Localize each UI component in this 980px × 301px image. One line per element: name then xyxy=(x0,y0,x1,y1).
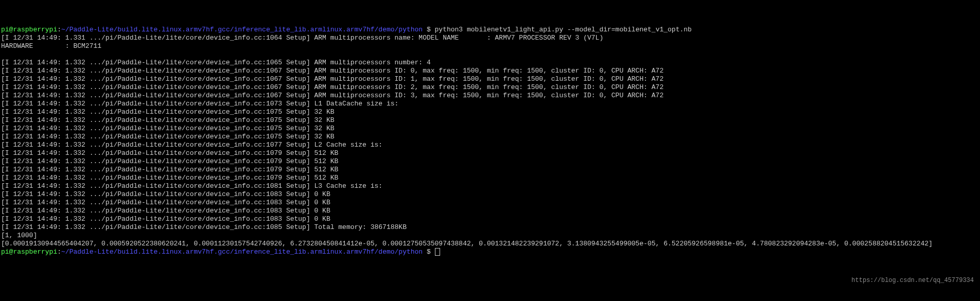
output-values: [0.00019130944565404207, 0.0005920522380… xyxy=(1,240,933,247)
prompt-dollar: $ xyxy=(423,248,434,256)
log-line: [I 12/31 14:49: 1.332 .../pi/Paddle-Lite… xyxy=(1,125,335,132)
prompt-dollar: $ xyxy=(423,26,434,33)
log-line: [I 12/31 14:49: 1.332 .../pi/Paddle-Lite… xyxy=(1,215,330,223)
prompt-path: ~/Paddle-Lite/build.lite.linux.armv7hf.g… xyxy=(61,248,423,256)
log-line: [I 12/31 14:49: 1.332 .../pi/Paddle-Lite… xyxy=(1,67,663,75)
log-line: [I 12/31 14:49: 1.332 .../pi/Paddle-Lite… xyxy=(1,75,663,83)
command-text: python3 mobilenetv1_light_api.py --model… xyxy=(435,26,692,33)
log-line: [I 12/31 14:49: 1.331 .../pi/Paddle-Lite… xyxy=(1,34,603,42)
prompt-path: ~/Paddle-Lite/build.lite.linux.armv7hf.g… xyxy=(61,26,423,33)
log-line: [I 12/31 14:49: 1.332 .../pi/Paddle-Lite… xyxy=(1,199,330,206)
watermark-text: https://blog.csdn.net/qq_45779334 xyxy=(851,276,974,285)
log-line: HARDWARE : BCM2711 xyxy=(1,42,101,50)
log-line: [I 12/31 14:49: 1.332 .../pi/Paddle-Lite… xyxy=(1,100,398,108)
log-line: [I 12/31 14:49: 1.332 .../pi/Paddle-Lite… xyxy=(1,108,335,116)
log-line: [I 12/31 14:49: 1.332 .../pi/Paddle-Lite… xyxy=(1,166,338,173)
log-line: [I 12/31 14:49: 1.332 .../pi/Paddle-Lite… xyxy=(1,207,330,215)
log-line: [I 12/31 14:49: 1.332 .../pi/Paddle-Lite… xyxy=(1,174,338,182)
cursor-icon[interactable] xyxy=(435,248,440,256)
log-line: [I 12/31 14:49: 1.332 .../pi/Paddle-Lite… xyxy=(1,92,663,99)
log-line: [I 12/31 14:49: 1.332 .../pi/Paddle-Lite… xyxy=(1,190,330,198)
log-line: [I 12/31 14:49: 1.332 .../pi/Paddle-Lite… xyxy=(1,223,407,231)
output-shape: [1, 1000] xyxy=(1,232,37,239)
terminal-output[interactable]: pi@raspberrypi:~/Paddle-Lite/build.lite.… xyxy=(1,26,979,256)
log-line: [I 12/31 14:49: 1.332 .../pi/Paddle-Lite… xyxy=(1,116,335,124)
prompt-user: pi@raspberrypi xyxy=(1,26,57,33)
log-line: [I 12/31 14:49: 1.332 .../pi/Paddle-Lite… xyxy=(1,83,663,91)
log-line: [I 12/31 14:49: 1.332 .../pi/Paddle-Lite… xyxy=(1,59,431,66)
log-line: [I 12/31 14:49: 1.332 .../pi/Paddle-Lite… xyxy=(1,157,338,165)
log-line: [I 12/31 14:49: 1.332 .../pi/Paddle-Lite… xyxy=(1,149,338,157)
prompt-sep: : xyxy=(57,248,61,256)
prompt-sep: : xyxy=(57,26,61,33)
log-line: [I 12/31 14:49: 1.332 .../pi/Paddle-Lite… xyxy=(1,141,382,149)
log-line: [I 12/31 14:49: 1.332 .../pi/Paddle-Lite… xyxy=(1,133,335,140)
prompt-user: pi@raspberrypi xyxy=(1,248,57,256)
log-line: [I 12/31 14:49: 1.332 .../pi/Paddle-Lite… xyxy=(1,182,382,190)
